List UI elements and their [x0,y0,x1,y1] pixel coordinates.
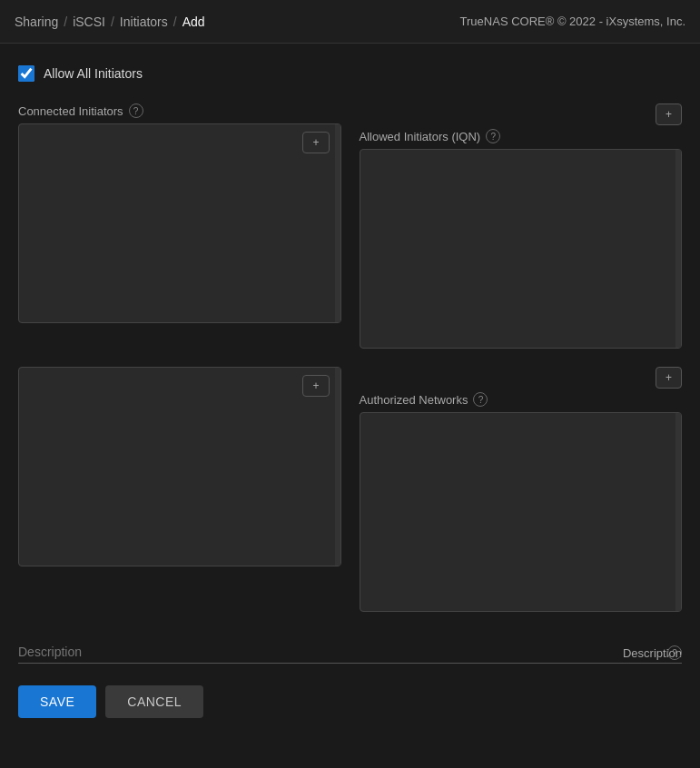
connected-initiators-field: Connected Initiators ? + [18,103,341,349]
connected-add-btn-area: + [302,132,329,153]
allowed-initiators-scrollbar[interactable] [675,150,681,348]
breadcrumb: Sharing / iSCSI / Initiators / Add [15,15,205,29]
second-row-layout: + + Authorized Networks ? [18,367,682,630]
allowed-add-btn-area: + [360,103,683,125]
allowed-initiators-label-row: Allowed Initiators (IQN) ? [360,129,683,143]
authorized-networks-scrollbar[interactable] [675,413,681,611]
description-row: Description ? [18,637,682,664]
connected-initiators-add-button[interactable]: + [302,132,329,153]
allowed-initiators-textarea[interactable] [360,150,682,350]
two-col-layout: Connected Initiators ? + + Allowed Initi… [18,103,682,367]
breadcrumb-sep-1: / [64,15,67,29]
cancel-button[interactable]: CANCEL [105,685,203,718]
topbar: Sharing / iSCSI / Initiators / Add TrueN… [0,0,700,44]
authorized-networks-add-button[interactable]: + [656,367,682,389]
allowed-initiators-field: + Allowed Initiators (IQN) ? [360,103,683,349]
allowed-initiators-panel [360,149,683,349]
description-input-wrapper: Description ? [18,641,682,664]
breadcrumb-iscsi[interactable]: iSCSI [73,15,105,29]
connected-lower-scrollbar[interactable] [335,368,340,566]
breadcrumb-sep-3: / [173,15,177,29]
allow-all-initiators-row: Allow All Initiators [18,65,682,82]
authorized-networks-panel [360,412,683,612]
connected-initiators-scrollbar[interactable] [335,124,340,322]
breadcrumb-sep-2: / [111,15,114,29]
breadcrumb-initiators[interactable]: Initiators [120,15,168,29]
authorized-add-btn-area: + [360,367,683,389]
main-content: Allow All Initiators Connected Initiator… [0,44,700,740]
allowed-initiators-add-button[interactable]: + [656,103,682,125]
description-help-icon[interactable]: ? [667,645,682,660]
connected-initiators-panel: + [18,123,341,323]
authorized-networks-label-row: Authorized Networks ? [360,392,683,407]
connected-initiators-label-text: Connected Initiators [18,104,123,118]
connected-initiators-lower-panel: + [18,367,341,566]
breadcrumb-sharing[interactable]: Sharing [15,15,58,29]
description-input[interactable] [18,641,682,664]
authorized-networks-field: + Authorized Networks ? [360,367,683,612]
breadcrumb-add: Add [182,15,205,29]
brand-text: TrueNAS CORE® © 2022 - iXsystems, Inc. [460,15,685,28]
authorized-networks-help-icon[interactable]: ? [473,392,488,407]
authorized-networks-textarea[interactable] [360,413,682,613]
connected-initiators-help-icon[interactable]: ? [129,103,143,118]
connected-initiators-lower-field: + [18,367,341,612]
connected-lower-add-button[interactable]: + [302,375,329,397]
allow-all-initiators-checkbox[interactable] [18,65,35,82]
allow-all-initiators-label[interactable]: Allow All Initiators [44,66,143,81]
action-row: SAVE CANCEL [18,685,682,718]
allowed-initiators-help-icon[interactable]: ? [486,129,500,143]
connected-initiators-label-row: Connected Initiators ? [18,103,341,118]
save-button[interactable]: SAVE [18,685,96,718]
authorized-networks-label-text: Authorized Networks [360,393,468,407]
allowed-initiators-label-text: Allowed Initiators (IQN) [360,130,481,143]
